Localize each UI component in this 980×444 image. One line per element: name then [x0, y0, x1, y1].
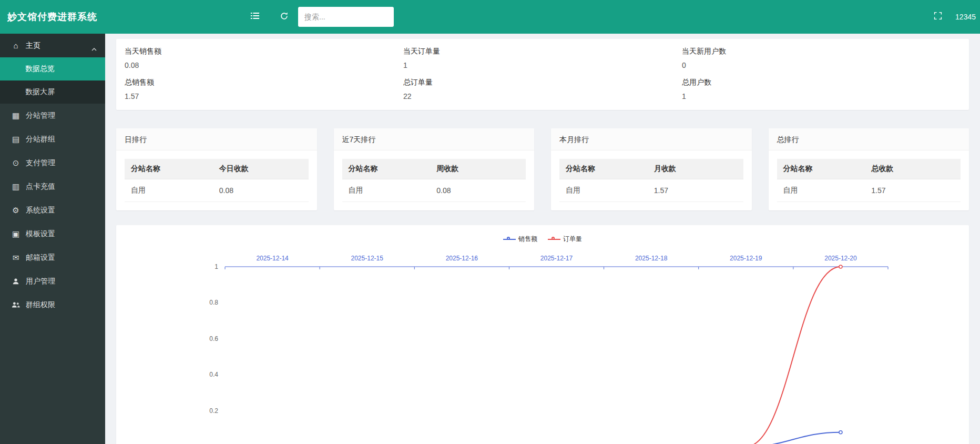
username[interactable]: 12345	[952, 0, 979, 34]
column-header: 分站名称	[559, 159, 648, 179]
svg-text:0.4: 0.4	[209, 371, 218, 378]
sales-orders-chart-card: 销售额 订单量 00.20.40.60.812025-12-142025-12-…	[116, 225, 969, 444]
mail-icon: ✉	[11, 253, 21, 263]
svg-text:2025-12-18: 2025-12-18	[635, 255, 668, 262]
stat-today-new-users: 当天新用户数 0	[682, 47, 961, 69]
pay-icon: ⊙	[11, 158, 21, 168]
ranking-card-total: 总排行 分站名称 总收款 自用 1.57	[769, 128, 969, 210]
menu-collapse-button[interactable]	[243, 0, 267, 34]
sidebar-item-label: 群组权限	[26, 300, 55, 310]
sidebar-item-label: 支付管理	[26, 158, 55, 168]
ranking-table: 分站名称 月收款 自用 1.57	[559, 159, 743, 202]
sidebar-item-label: 数据总览	[25, 64, 55, 74]
refresh-button[interactable]	[272, 0, 295, 34]
table-row: 自用 0.08	[342, 179, 526, 202]
svg-text:1: 1	[215, 263, 218, 270]
table-row: 自用 1.57	[777, 179, 961, 202]
users-icon	[11, 301, 21, 308]
ranking-row: 日排行 分站名称 今日收款 自用 0.08 近7天排行	[116, 128, 969, 210]
sidebar-item-home[interactable]: ⌂ 主页	[0, 34, 105, 57]
svg-text:2025-12-14: 2025-12-14	[256, 255, 289, 262]
column-header: 分站名称	[125, 159, 213, 179]
sidebar-item-card-recharge[interactable]: ▥ 点卡充值	[0, 175, 105, 198]
ranking-title: 本月排行	[551, 128, 752, 150]
sidebar-item-label: 系统设置	[26, 206, 55, 215]
ranking-table: 分站名称 总收款 自用 1.57	[777, 159, 961, 202]
ranking-table: 分站名称 今日收款 自用 0.08	[125, 159, 309, 202]
ranking-title: 日排行	[116, 128, 317, 150]
fullscreen-icon	[934, 12, 942, 22]
amount-cell: 1.57	[865, 179, 961, 202]
list-icon: ▤	[11, 135, 21, 144]
sidebar-item-label: 主页	[26, 41, 40, 51]
stat-value: 22	[403, 92, 682, 100]
sidebar-item-site-groups[interactable]: ▤ 分站群组	[0, 127, 105, 151]
app-title: 妙文馆付费进群系统	[7, 0, 97, 34]
sidebar-item-site-manage[interactable]: ▦ 分站管理	[0, 104, 105, 127]
sidebar-item-mail-settings[interactable]: ✉ 邮箱设置	[0, 246, 105, 269]
fullscreen-button[interactable]	[926, 0, 950, 34]
column-header: 月收款	[648, 159, 743, 179]
stat-value: 1	[403, 61, 682, 69]
sidebar-item-data-screen[interactable]: 数据大屏	[0, 80, 105, 104]
column-header: 分站名称	[777, 159, 865, 179]
ranking-card-7days: 近7天排行 分站名称 周收款 自用 0.08	[334, 128, 535, 210]
amount-cell: 0.08	[430, 179, 526, 202]
legend-item-sales[interactable]: 销售额	[503, 235, 537, 244]
stat-today-sales: 当天销售额 0.08	[125, 47, 403, 69]
search-box	[298, 7, 394, 27]
main-content: 当天销售额 0.08 当天订单量 1 当天新用户数 0 总销售额 1.57 总订…	[105, 34, 980, 444]
sidebar-item-payment[interactable]: ⊙ 支付管理	[0, 151, 105, 175]
ranking-card-month: 本月排行 分站名称 月收款 自用 1.57	[551, 128, 752, 210]
stat-today-orders: 当天订单量 1	[403, 47, 682, 69]
svg-text:0.6: 0.6	[209, 335, 218, 342]
column-header: 周收款	[430, 159, 526, 179]
legend-label: 订单量	[563, 235, 582, 244]
ranking-table: 分站名称 周收款 自用 0.08	[342, 159, 526, 202]
user-icon	[11, 278, 21, 285]
sidebar-item-label: 邮箱设置	[26, 253, 55, 263]
svg-text:2025-12-17: 2025-12-17	[540, 255, 573, 262]
grid-icon: ▦	[11, 111, 21, 120]
gear-icon: ⚙	[11, 206, 21, 215]
sidebar-item-template-settings[interactable]: ▣ 模板设置	[0, 222, 105, 246]
ranking-card-daily: 日排行 分站名称 今日收款 自用 0.08	[116, 128, 317, 210]
card-icon: ▥	[11, 182, 21, 191]
sales-orders-chart: 00.20.40.60.812025-12-142025-12-152025-1…	[116, 225, 968, 444]
stat-value: 0	[682, 61, 961, 69]
top-bar: 妙文馆付费进群系统 12345	[0, 0, 980, 34]
svg-text:2025-12-16: 2025-12-16	[446, 255, 478, 262]
template-icon: ▣	[11, 229, 21, 239]
amount-cell: 0.08	[213, 179, 309, 202]
stat-value: 0.08	[125, 61, 403, 69]
amount-cell: 1.57	[648, 179, 743, 202]
legend-item-orders[interactable]: 订单量	[548, 235, 582, 244]
menu-collapse-icon	[250, 11, 260, 23]
site-name-cell: 自用	[559, 179, 648, 202]
refresh-icon	[280, 12, 289, 23]
home-submenu: 数据总览 数据大屏	[0, 57, 105, 104]
table-row: 自用 0.08	[125, 179, 309, 202]
svg-text:2025-12-20: 2025-12-20	[824, 255, 857, 262]
sidebar-item-system-settings[interactable]: ⚙ 系统设置	[0, 198, 105, 222]
sidebar-item-label: 用户管理	[26, 277, 55, 286]
stat-label: 总用户数	[682, 78, 961, 87]
sidebar-item-group-permissions[interactable]: 群组权限	[0, 293, 105, 317]
search-input[interactable]	[298, 7, 394, 27]
stat-total-orders: 总订单量 22	[403, 78, 682, 100]
sidebar-item-data-overview[interactable]: 数据总览	[0, 57, 105, 80]
stats-panel: 当天销售额 0.08 当天订单量 1 当天新用户数 0 总销售额 1.57 总订…	[116, 39, 969, 110]
svg-text:0.2: 0.2	[209, 407, 218, 415]
sidebar-item-label: 分站管理	[26, 111, 55, 120]
site-name-cell: 自用	[342, 179, 431, 202]
line-circle-icon	[503, 237, 516, 242]
sidebar-item-user-manage[interactable]: 用户管理	[0, 269, 105, 293]
stat-label: 当天订单量	[403, 47, 682, 56]
ranking-title: 总排行	[769, 128, 969, 150]
chart-legend: 销售额 订单量	[116, 235, 969, 244]
table-row: 自用 1.57	[559, 179, 743, 202]
line-circle-icon	[548, 237, 560, 242]
stat-total-users: 总用户数 1	[682, 78, 961, 100]
chevron-up-icon	[91, 44, 97, 53]
sidebar: ⌂ 主页 数据总览 数据大屏 ▦ 分站管理 ▤ 分站群组 ⊙ 支付管理 ▥ 点卡…	[0, 34, 105, 444]
